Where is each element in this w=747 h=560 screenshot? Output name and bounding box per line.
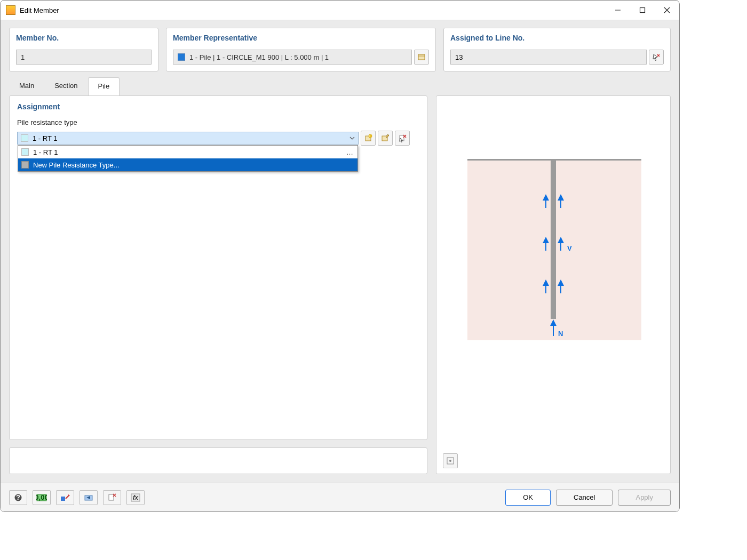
fx-button[interactable]: fx: [126, 490, 145, 505]
item-new-swatch: [21, 161, 29, 169]
assignment-card: Assignment Pile resistance type 1 - RT 1: [9, 95, 427, 440]
pile-resistance-label: Pile resistance type: [17, 118, 419, 126]
memrep-color-swatch: [178, 53, 185, 61]
svg-rect-4: [418, 54, 425, 60]
dropdown-color-swatch: [21, 134, 28, 142]
app-icon: [6, 5, 15, 15]
go-to-button[interactable]: [80, 490, 98, 505]
dropdown-item-new[interactable]: New Pile Resistance Type...: [18, 158, 357, 171]
svg-point-23: [449, 460, 451, 462]
delete-pick-icon: [398, 134, 407, 142]
dropdown-selected-text: 1 - RT 1: [33, 134, 57, 142]
ok-button[interactable]: OK: [505, 490, 551, 506]
close-button[interactable]: [655, 1, 679, 20]
details-strip: [9, 447, 427, 474]
memrep-library-button[interactable]: [414, 50, 429, 65]
pile-resistance-dropdown-panel: 1 - RT 1 … New Pile Resistance Type...: [18, 145, 358, 172]
svg-rect-28: [61, 497, 65, 501]
pick-icon: [652, 53, 661, 61]
tab-pile[interactable]: Pile: [88, 77, 120, 96]
svg-text:0,00: 0,00: [36, 493, 47, 501]
go-to-icon: [84, 493, 93, 502]
dropdown-item-rt1[interactable]: 1 - RT 1 …: [18, 146, 357, 158]
assigned-pick-button[interactable]: [649, 50, 664, 65]
item-color-swatch: [21, 148, 29, 156]
cancel-button[interactable]: Cancel: [556, 490, 613, 506]
pile-resistance-dropdown[interactable]: 1 - RT 1 1 - RT 1 …: [17, 132, 359, 145]
svg-rect-1: [640, 8, 645, 13]
create-new-resistance-button[interactable]: [361, 131, 376, 146]
memrep-text: 1 - Pile | 1 - CIRCLE_M1 900 | L : 5.000…: [189, 53, 329, 61]
dropdown-item-rt1-label: 1 - RT 1: [33, 148, 58, 156]
library-icon: [417, 53, 426, 61]
delete-resistance-button[interactable]: [395, 131, 410, 146]
svg-text:?: ?: [16, 493, 20, 501]
pick-delete-button[interactable]: [103, 490, 121, 505]
preview-panel: V N: [436, 95, 671, 474]
svg-marker-29: [68, 494, 70, 497]
help-button[interactable]: ?: [9, 490, 27, 505]
preview-settings-button[interactable]: [443, 453, 458, 468]
view-settings-icon: [446, 457, 455, 465]
create-new-icon: [364, 134, 372, 142]
bottom-bar: ? 0,00 fx OK Cancel Apply: [1, 483, 679, 511]
svg-text:fx: fx: [133, 493, 139, 501]
preview-v-label: V: [567, 244, 572, 252]
apply-button: Apply: [618, 490, 671, 506]
dropdown-item-new-label: New Pile Resistance Type...: [33, 161, 120, 169]
units-button[interactable]: 0,00: [33, 490, 51, 505]
ellipsis-icon[interactable]: …: [346, 148, 354, 156]
chevron-down-icon: [349, 134, 355, 142]
memberno-title: Member No.: [16, 34, 152, 42]
assignment-title: Assignment: [17, 102, 419, 111]
memberno-value: 1: [16, 50, 152, 65]
window-title: Edit Member: [20, 6, 59, 14]
edit-item-icon: [381, 134, 390, 142]
minimize-button[interactable]: [606, 1, 630, 20]
svg-rect-32: [109, 494, 114, 500]
maximize-button[interactable]: [630, 1, 655, 20]
fx-icon: fx: [131, 493, 140, 502]
preview-n-label: N: [558, 330, 563, 338]
help-icon: ?: [14, 493, 22, 502]
units-icon: 0,00: [36, 493, 47, 502]
convert-representative-button[interactable]: [56, 490, 74, 505]
tab-section[interactable]: Section: [44, 77, 88, 95]
pick-delete-icon: [108, 493, 116, 502]
assigned-value[interactable]: 13: [450, 50, 647, 65]
header-panels: Member No. 1 Member Representative 1 - P…: [1, 20, 679, 71]
title-bar: Edit Member: [1, 1, 679, 20]
memrep-title: Member Representative: [173, 34, 429, 42]
memrep-value: 1 - Pile | 1 - CIRCLE_M1 900 | L : 5.000…: [173, 50, 412, 65]
assigned-title: Assigned to Line No.: [450, 34, 664, 42]
convert-icon: [60, 493, 70, 502]
skin-friction-arrows: [436, 96, 671, 469]
tabs: Main Section Pile: [1, 71, 679, 95]
tab-main[interactable]: Main: [9, 77, 44, 95]
edit-resistance-button[interactable]: [378, 131, 393, 146]
